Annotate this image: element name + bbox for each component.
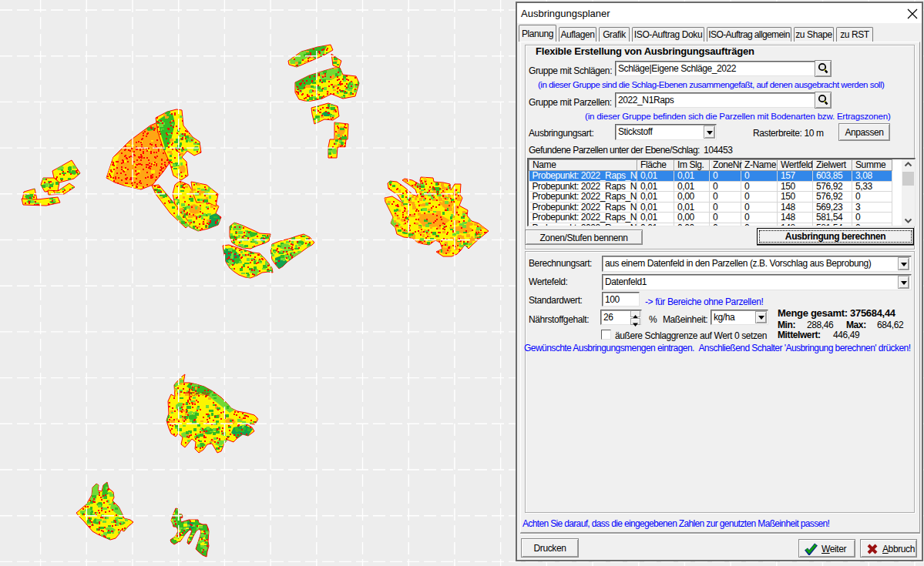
svg-text:GK-Re: GK-Re xyxy=(191,390,210,397)
